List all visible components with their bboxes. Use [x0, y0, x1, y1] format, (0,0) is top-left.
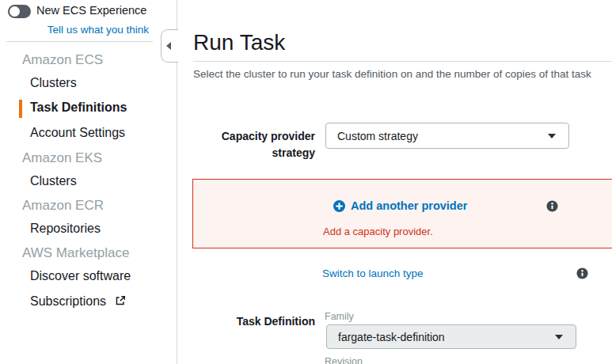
new-ecs-experience-toggle[interactable] [8, 5, 31, 18]
capacity-provider-strategy-value: Custom strategy [337, 130, 418, 142]
sidebar-item-repositories[interactable]: Repositories [30, 222, 101, 236]
task-definition-family-select[interactable]: fargate-task-definition [326, 324, 576, 349]
feedback-link[interactable]: Tell us what you think [0, 24, 149, 36]
capacity-provider-error-text: Add a capacity provider. [323, 226, 433, 237]
sidebar: New ECS Experience Tell us what you thin… [0, 0, 177, 364]
family-label: Family [325, 311, 354, 322]
switch-to-launch-type-link[interactable]: Switch to launch type [322, 267, 424, 279]
sidebar-item-discover-software[interactable]: Discover software [30, 269, 131, 283]
add-another-provider-link[interactable]: Add another provider [333, 199, 467, 212]
info-icon[interactable] [546, 200, 558, 212]
title-divider [193, 61, 612, 62]
ecs-console-page: New ECS Experience Tell us what you thin… [0, 0, 612, 364]
page-title: Run Task [193, 30, 285, 55]
sidebar-collapse-button[interactable] [161, 29, 178, 63]
task-definition-family-value: fargate-task-definition [338, 331, 445, 343]
section-header-aws-marketplace: AWS Marketplace [22, 245, 129, 261]
info-icon[interactable] [576, 267, 588, 279]
sidebar-item-eks-clusters[interactable]: Clusters [30, 174, 77, 188]
sidebar-item-subscriptions[interactable]: Subscriptions [30, 294, 126, 309]
chevron-down-icon [548, 134, 556, 138]
sidebar-item-ecs-clusters[interactable]: Clusters [30, 76, 77, 90]
subscriptions-label: Subscriptions [30, 294, 106, 308]
active-item-indicator [19, 100, 22, 118]
plus-circle-icon [333, 200, 345, 212]
section-header-amazon-ecs: Amazon ECS [22, 52, 103, 68]
add-another-provider-label: Add another provider [351, 199, 467, 212]
capacity-provider-strategy-label: Capacity provider strategy [204, 128, 315, 161]
sidebar-divider [6, 41, 153, 42]
capacity-provider-strategy-select[interactable]: Custom strategy [325, 123, 569, 149]
revision-label: Revision [325, 356, 363, 364]
chevron-down-icon [555, 335, 563, 339]
sidebar-item-account-settings[interactable]: Account Settings [30, 126, 125, 140]
capacity-provider-error-box [192, 179, 612, 248]
sidebar-item-task-definitions[interactable]: Task Definitions [30, 100, 127, 115]
collapse-left-arrow-icon [166, 42, 171, 50]
task-definition-label: Task Definition [204, 313, 315, 330]
section-header-amazon-eks: Amazon EKS [22, 150, 102, 166]
new-ecs-experience-label: New ECS Experience [36, 4, 146, 17]
page-description: Select the cluster to run your task defi… [193, 68, 591, 80]
section-header-amazon-ecr: Amazon ECR [22, 198, 104, 214]
external-link-icon [115, 295, 126, 309]
